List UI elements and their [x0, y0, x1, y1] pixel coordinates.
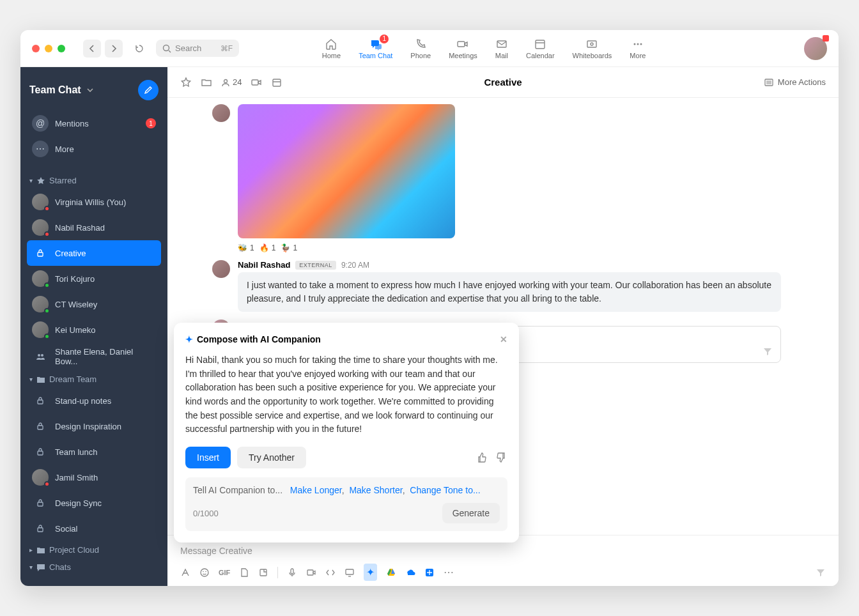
box-icon[interactable] [424, 567, 435, 578]
screenshot-icon[interactable] [258, 567, 268, 578]
more-actions[interactable]: More Actions [764, 77, 826, 88]
sidebar-item[interactable]: Brainstorming [27, 576, 161, 586]
sidebar-item[interactable]: Shante Elena, Daniel Bow... [27, 343, 161, 371]
minimize-window[interactable] [45, 45, 52, 52]
image-attachment[interactable] [238, 104, 455, 238]
svg-rect-46 [346, 569, 353, 574]
nav-more[interactable]: More [630, 38, 646, 59]
sidebar-item[interactable]: Virginia Willis (You) [27, 189, 161, 215]
screen-icon[interactable] [344, 567, 355, 578]
reaction[interactable]: 🔥1 [259, 243, 276, 252]
svg-rect-11 [38, 252, 43, 256]
star-icon [36, 176, 45, 185]
svg-rect-4 [536, 40, 545, 49]
chevron-down-icon[interactable] [86, 86, 94, 94]
sidebar-item[interactable]: Design Inspiration [27, 413, 161, 439]
close-icon[interactable]: ✕ [500, 334, 507, 344]
sidebar-item[interactable]: Stand-up notes [27, 388, 161, 413]
sidebar-item-label: Virginia Willis (You) [55, 197, 126, 207]
author-avatar[interactable] [212, 104, 230, 122]
lock-icon [32, 520, 49, 537]
sidebar-item[interactable]: Tori Kojuro [27, 266, 161, 291]
nav-mail[interactable]: Mail [495, 38, 508, 59]
nav-meetings[interactable]: Meetings [449, 38, 477, 59]
gif-button[interactable]: GIF [219, 569, 230, 576]
nav-team-chat[interactable]: Team Chat 1 [359, 38, 392, 59]
user-avatar[interactable] [804, 37, 827, 60]
close-window[interactable] [32, 45, 40, 52]
ai-compose-popup: ✦ Compose with AI Companion ✕ Hi Nabil, … [174, 323, 519, 543]
nav-forward[interactable] [105, 40, 123, 58]
nav-home[interactable]: Home [322, 38, 341, 59]
reaction[interactable]: 🦆1 [281, 243, 297, 252]
sidebar-item[interactable]: Design Sync [27, 490, 161, 516]
sidebar-item[interactable]: Social [27, 516, 161, 541]
nav-whiteboards[interactable]: Whiteboards [573, 38, 612, 59]
reaction[interactable]: 🐝1 [238, 243, 254, 252]
sidebar-item-label: Creative [55, 249, 86, 258]
nav-back[interactable] [83, 40, 101, 58]
search-input[interactable]: Search ⌘F [156, 40, 239, 57]
folder-toggle[interactable] [201, 77, 212, 88]
sidebar-mentions[interactable]: @ Mentions 1 [27, 111, 161, 136]
nav-calendar[interactable]: Calendar [526, 38, 555, 59]
code-icon[interactable] [325, 567, 336, 578]
sidebar-item[interactable]: Creative [27, 240, 161, 266]
svg-point-8 [633, 43, 635, 45]
nav-phone[interactable]: Phone [410, 38, 431, 59]
maximize-window[interactable] [58, 45, 65, 52]
thumbs-down-icon[interactable] [496, 452, 507, 463]
insert-button[interactable]: Insert [185, 447, 231, 468]
gdrive-icon[interactable] [386, 567, 396, 578]
sidebar-item[interactable]: Nabil Rashad [27, 215, 161, 240]
calendar-view[interactable] [271, 77, 282, 88]
file-icon[interactable] [239, 567, 249, 578]
start-video[interactable] [251, 77, 262, 88]
svg-point-40 [201, 569, 208, 576]
section-starred[interactable]: ▾ Starred [27, 172, 161, 189]
emoji-icon[interactable] [199, 567, 210, 578]
svg-rect-17 [38, 502, 43, 506]
ai-prompt-area: Tell AI Companion to... Make Longer, Mak… [185, 477, 507, 531]
compose-button[interactable] [138, 80, 159, 100]
send-filter-icon[interactable] [762, 346, 773, 357]
sidebar-item[interactable]: Jamil Smith [27, 465, 161, 490]
ai-compose-icon[interactable]: ✦ [364, 564, 377, 581]
section-chats[interactable]: ▾ Chats [27, 558, 161, 576]
reactions: 🐝1🔥1🦆1 [238, 243, 781, 252]
prompt-label: Tell AI Companion to... [193, 485, 282, 495]
generate-button[interactable]: Generate [442, 503, 500, 523]
sidebar-item[interactable]: Team lunch [27, 439, 161, 465]
author-avatar[interactable] [212, 260, 230, 278]
avatar [32, 194, 49, 210]
search-placeholder: Search [175, 43, 201, 53]
video-clip-icon[interactable] [306, 567, 316, 578]
format-icon[interactable] [180, 567, 190, 578]
section-project-cloud[interactable]: ▸ Project Cloud [27, 541, 161, 558]
section-dream-team[interactable]: ▾ Dream Team [27, 371, 161, 388]
svg-rect-43 [260, 569, 267, 576]
ai-title: Compose with AI Companion [197, 334, 321, 344]
mail-icon [495, 38, 508, 50]
try-another-button[interactable]: Try Another [237, 447, 306, 468]
make-shorter-link[interactable]: Make Shorter [349, 485, 402, 495]
history-button[interactable] [130, 40, 148, 58]
sidebar-more[interactable]: ⋯ More [27, 136, 161, 162]
folder-icon [36, 546, 45, 555]
make-longer-link[interactable]: Make Longer [290, 485, 342, 495]
sidebar-item-label: Nabil Rashad [55, 223, 105, 233]
onedrive-icon[interactable] [405, 567, 415, 578]
message-time: 9:20 AM [341, 261, 369, 270]
thumbs-up-icon[interactable] [476, 452, 487, 463]
folder-icon [36, 375, 45, 384]
sidebar-item[interactable]: Kei Umeko [27, 317, 161, 343]
send-filter-icon[interactable] [816, 567, 826, 578]
member-count[interactable]: 24 [221, 77, 242, 87]
sidebar-item[interactable]: CT Wiseley [27, 291, 161, 317]
star-toggle[interactable] [180, 77, 192, 88]
audio-icon[interactable] [287, 567, 297, 578]
more-tools-icon[interactable]: ⋯ [444, 566, 454, 578]
svg-point-9 [637, 43, 638, 45]
composer-placeholder[interactable]: Message Creative [180, 541, 826, 564]
change-tone-link[interactable]: Change Tone to... [410, 485, 480, 495]
